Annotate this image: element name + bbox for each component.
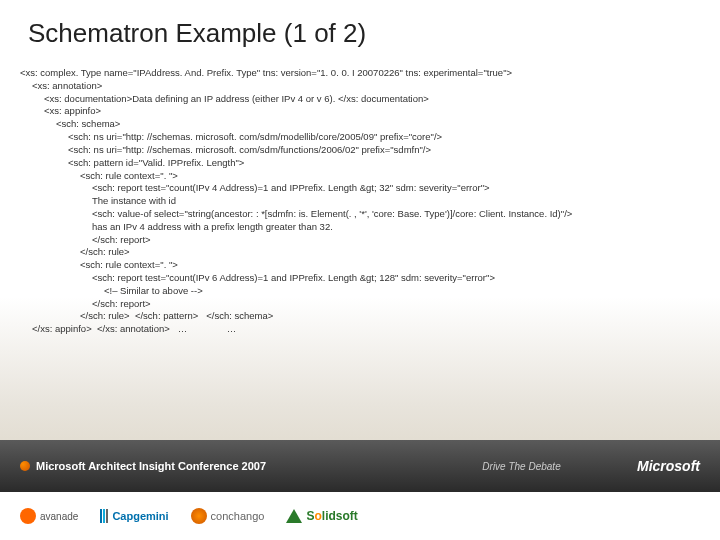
microsoft-logo: Microsoft (637, 458, 700, 474)
footer-bar: Microsoft Architect Insight Conference 2… (0, 440, 720, 492)
code-line: <xs: complex. Type name="IPAddress. And.… (20, 67, 700, 80)
code-line: <xs: documentation>Data defining an IP a… (20, 93, 700, 106)
code-line: <sch: ns uri="http: //schemas. microsoft… (20, 131, 700, 144)
code-line: </sch: report> (20, 234, 700, 247)
code-line: <!– Similar to above --> (20, 285, 700, 298)
avanade-icon (20, 508, 36, 524)
code-line: <sch: value-of select="string(ancestor: … (20, 208, 700, 221)
code-block: <xs: complex. Type name="IPAddress. And.… (0, 49, 720, 336)
code-line: </xs: appinfo> </xs: annotation> … … (20, 323, 700, 336)
sponsor-label: avanade (40, 511, 78, 522)
code-line: </sch: rule> (20, 246, 700, 259)
code-line: </sch: rule> </sch: pattern> </sch: sche… (20, 310, 700, 323)
microsoft-text: Microsoft (637, 458, 700, 474)
solidsoft-icon (286, 509, 302, 523)
sponsor-label: Solidsoft (306, 509, 357, 523)
capgemini-icon (100, 509, 108, 523)
code-line: <sch: pattern id="Valid. IPPrefix. Lengt… (20, 157, 700, 170)
sponsor-label: conchango (211, 510, 265, 522)
footer-dot-icon (20, 461, 30, 471)
sponsor-solidsoft: Solidsoft (286, 509, 357, 523)
conchango-icon (191, 508, 207, 524)
code-line: <xs: appinfo> (20, 105, 700, 118)
sponsor-conchango: conchango (191, 508, 265, 524)
sponsor-bar: avanade Capgemini conchango Solidsoft (0, 492, 720, 540)
footer-tagline: Drive The Debate (482, 461, 560, 472)
sponsor-avanade: avanade (20, 508, 78, 524)
sponsor-label: Capgemini (112, 510, 168, 522)
code-line: has an IPv 4 address with a prefix lengt… (20, 221, 700, 234)
footer-left: Microsoft Architect Insight Conference 2… (20, 460, 266, 472)
code-line: <sch: rule context=". "> (20, 170, 700, 183)
code-line: The instance with id (20, 195, 700, 208)
code-line: <xs: annotation> (20, 80, 700, 93)
code-line: </sch: report> (20, 298, 700, 311)
conference-title: Microsoft Architect Insight Conference 2… (36, 460, 266, 472)
code-line: <sch: report test="count(IPv 6 Address)=… (20, 272, 700, 285)
code-line: <sch: rule context=". "> (20, 259, 700, 272)
code-line: <sch: report test="count(IPv 4 Address)=… (20, 182, 700, 195)
sponsor-capgemini: Capgemini (100, 509, 168, 523)
slide-title: Schematron Example (1 of 2) (0, 0, 720, 49)
code-line: <sch: schema> (20, 118, 700, 131)
code-line: <sch: ns uri="http: //schemas. microsoft… (20, 144, 700, 157)
